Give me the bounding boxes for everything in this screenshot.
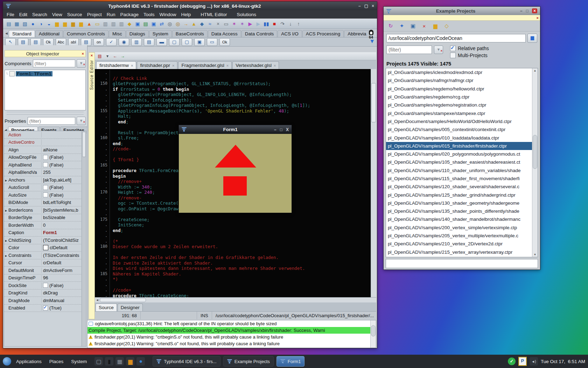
property-value[interactable]: dmActiveForm <box>42 268 86 273</box>
menu-window[interactable]: Window <box>159 12 176 17</box>
step-out-icon[interactable]: ↑ <box>295 20 302 27</box>
save-icon[interactable]: ▥ <box>102 20 109 27</box>
projects-filter-input[interactable] <box>386 46 432 54</box>
cursor-icon[interactable]: ↖ <box>5 38 16 46</box>
tlabel-icon[interactable]: Abc <box>56 38 66 46</box>
updates-ok-icon[interactable]: ✓ <box>508 357 516 365</box>
window-list-icon[interactable]: ▭ <box>223 20 230 27</box>
property-value[interactable]: [akTop,akLeft] <box>42 177 86 183</box>
form-edit-icon[interactable]: ▣ <box>134 20 141 27</box>
example-projects-titlebar[interactable]: Example Projects – □ × <box>384 7 540 15</box>
editor-tab-vertexshader-glsl[interactable]: Vertexshader.glsl× <box>232 61 279 69</box>
task-button-example-projects[interactable]: Example Projects <box>223 356 274 367</box>
folder-new-icon[interactable]: ▆ <box>54 20 61 27</box>
ide-titlebar[interactable]: Typhon64 IDE v6.3 - firstshader (debuggi… <box>3 2 377 10</box>
object-inspector-close-icon[interactable]: × <box>80 52 85 56</box>
scroll-down-icon[interactable]: ▼ <box>532 253 538 256</box>
property-value[interactable]: dkDrag <box>42 290 86 295</box>
property-value[interactable]: (False) <box>42 162 86 168</box>
palette-tab-data-access[interactable]: Data Access <box>208 30 241 37</box>
property-row-color[interactable]: ColorclDefault <box>4 244 86 252</box>
folder-images-icon[interactable]: ▆ <box>432 22 439 29</box>
property-row-designtimep[interactable]: DesignTimeP96 <box>4 274 86 282</box>
computer-launcher[interactable]: ▢ <box>94 357 103 366</box>
files-launcher[interactable]: ▆ <box>126 357 134 366</box>
menu-solutions[interactable]: Solutions <box>237 12 257 17</box>
property-row-docksite[interactable]: DockSite(False) <box>4 282 86 289</box>
palette-tab-additional[interactable]: Additional <box>35 30 63 37</box>
maximize-icon[interactable]: ▢ <box>364 4 368 8</box>
project-list-item[interactable]: pl_OnGuard/samples/nafmgr/nafmgr.ctpr <box>386 76 532 84</box>
taskbar-menu-places[interactable]: Places <box>48 359 65 364</box>
taskbar-menu-applications[interactable]: Applications <box>15 359 43 364</box>
menu-source[interactable]: Source <box>67 12 82 17</box>
project-list-item[interactable]: pl_OpenGLADV/samples/010_loaddata/loadda… <box>386 134 532 142</box>
menu-package[interactable]: Package <box>120 12 139 17</box>
folder-home-icon[interactable]: ▆ <box>70 20 77 27</box>
toggle-form-unit-icon[interactable]: ⇄ <box>158 20 165 27</box>
new-form-icon[interactable]: ▦ <box>13 20 20 27</box>
find-icon[interactable]: ◎ <box>166 20 173 27</box>
project-list-item[interactable]: pl_OnGuard/samples/regdemo/helloworld.ct… <box>386 85 532 93</box>
tab-close-icon[interactable]: × <box>131 63 133 68</box>
property-value[interactable]: 96 <box>42 275 86 280</box>
find-next-icon[interactable]: ◎ <box>174 20 181 27</box>
property-value[interactable]: bdLeftToRight <box>42 200 86 205</box>
refresh-icon[interactable]: ↻ <box>387 22 394 29</box>
expand-icon[interactable]: ► <box>5 239 8 243</box>
components-tree[interactable]: └ Form1: TForm1 <box>5 70 86 110</box>
tab-close-icon[interactable]: × <box>226 63 229 68</box>
tools-icon[interactable]: × <box>215 20 222 27</box>
flame-icon[interactable]: ▲ <box>86 20 93 27</box>
property-value[interactable]: dmManual <box>42 298 86 303</box>
folder-open-icon[interactable]: ▆ <box>62 20 69 27</box>
project-list-item[interactable]: pl_OpenGLADV/samples/205_vertex_multiple… <box>386 232 532 240</box>
property-grid-scrollbar[interactable] <box>82 131 86 346</box>
project-list-item[interactable]: pl_OpenGLADV/samples/210_vertex_2D/verte… <box>386 240 532 248</box>
terminal-launcher[interactable]: ▮ <box>105 357 113 366</box>
property-value[interactable]: 255 <box>42 170 86 175</box>
property-row-autosize[interactable]: AutoSize(False) <box>4 191 86 199</box>
editor-tab-firstshadermw[interactable]: firstshadermw× <box>96 61 136 69</box>
task-button-form1[interactable]: Form1 <box>276 356 305 367</box>
property-row-dragmode[interactable]: DragModedmManual <box>4 297 86 305</box>
palette-tab-dialogs[interactable]: Dialogs <box>126 30 149 37</box>
tgroupbox-icon[interactable]: ▢ <box>169 38 180 46</box>
expand-icon[interactable]: ► <box>5 209 8 212</box>
base-path-input[interactable] <box>386 34 526 42</box>
forms-list-icon[interactable]: ▣ <box>150 20 157 27</box>
minimize-icon[interactable]: – <box>274 127 276 132</box>
step-into-icon[interactable]: ↓ <box>287 20 294 27</box>
ttogglebox-icon[interactable]: on <box>93 38 104 46</box>
editor-vertical-scrollbar[interactable] <box>371 69 376 297</box>
taskbar-menu-system[interactable]: System <box>70 359 88 364</box>
maximize-icon[interactable]: □ <box>280 127 282 132</box>
remove-node-icon[interactable]: × <box>421 22 428 29</box>
project-list-item[interactable]: pl_OpenGLADV/samples/215_vertex_array/ve… <box>386 248 532 256</box>
project-list-item[interactable]: pl_OpenGLADV/samples/135_shader_points_d… <box>386 207 532 215</box>
compile-icon[interactable]: ≈ <box>206 20 214 27</box>
distro-menu-icon[interactable] <box>3 357 11 366</box>
palette-scroll-left-icon[interactable]: ◄ <box>5 31 9 35</box>
project-list-item[interactable]: pl_OpenGLADV/samples/120_shader_several/… <box>386 183 532 191</box>
project-list-item[interactable]: pl_OpenGLADV/samples/115_shader_first_mo… <box>386 175 532 183</box>
menu-help[interactable]: Help <box>181 12 191 17</box>
property-value[interactable]: clDefault <box>42 245 86 250</box>
dock-close-icon[interactable]: × <box>535 16 540 20</box>
new-form2-icon[interactable]: ▭ <box>94 20 101 27</box>
project-list-item[interactable]: pl_OpenGLADV/samples/015_firstshader/fir… <box>386 142 532 150</box>
project-list-item[interactable]: pl_OpenGLADV/samples/140_shader_mandelbr… <box>386 215 532 223</box>
expand-icon[interactable]: ► <box>5 254 8 258</box>
screenshot-icon[interactable]: ▣ <box>410 22 416 29</box>
editor-tab-firstshader-ppr[interactable]: firstshader.ppr× <box>137 61 177 69</box>
property-value[interactable]: (True) <box>42 305 86 311</box>
property-value[interactable]: (False) <box>42 192 86 198</box>
property-row-dragkind[interactable]: DragKinddkDrag <box>4 289 86 297</box>
property-row-constraints[interactable]: ►Constraints(TSizeConstraints <box>4 252 86 259</box>
property-row-borderstyle[interactable]: BorderStylebsSizeable <box>4 214 86 222</box>
tscrollbar-icon[interactable]: ▬ <box>156 38 167 46</box>
tree-item-form1[interactable]: └ Form1: TForm1 <box>6 71 85 76</box>
menu-run[interactable]: Run <box>107 12 115 17</box>
menu-edit[interactable]: Edit <box>19 12 27 17</box>
multi-projects-checkbox[interactable]: Multi-Projects <box>450 53 489 58</box>
